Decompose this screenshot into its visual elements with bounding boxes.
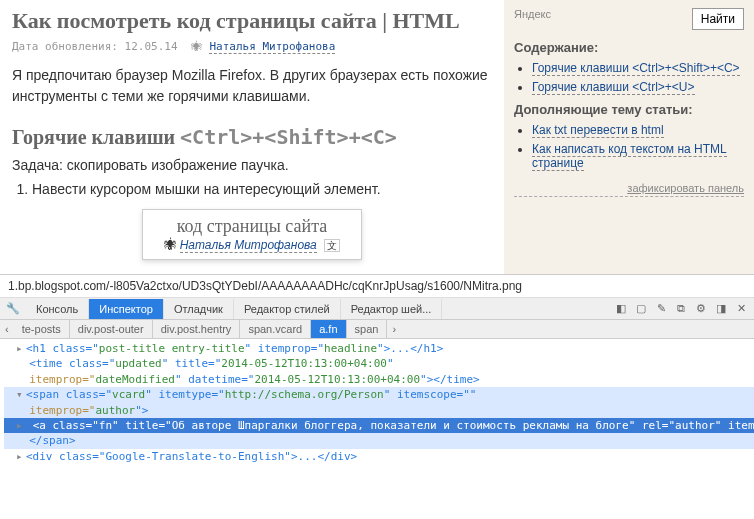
h2-code: <Ctrl>+<Shift>+<C> <box>180 125 397 149</box>
toc-heading: Содержание: <box>514 40 744 55</box>
yandex-logo: Яндекс <box>514 8 551 30</box>
gear-icon[interactable]: ⚙ <box>694 302 708 316</box>
section-heading: Горячие клавиши <Ctrl>+<Shift>+<C> <box>12 125 492 149</box>
dom-pane: ‹ te-posts div.post-outer div.post.hentr… <box>0 320 754 480</box>
crumb[interactable]: div.post-outer <box>70 320 153 338</box>
tab-console[interactable]: Консоль <box>26 299 89 319</box>
fix-panel-link[interactable]: зафиксировать панель <box>514 182 744 197</box>
devtools-panel: 1.bp.blogspot.com/-l805Va2ctxo/UD3sQtYDe… <box>0 274 754 480</box>
example-thumbnail: код страницы сайта 🕷 Наталья Митрофанова… <box>142 209 362 260</box>
tab-inspector[interactable]: Инспектор <box>89 299 164 319</box>
step-item: Навести курсором мышки на интересующий э… <box>32 181 492 197</box>
h2-text: Горячие клавиши <box>12 126 175 148</box>
article-main: Как посмотреть код страницы сайта | HTML… <box>0 0 504 274</box>
wrench-icon[interactable]: 🔧 <box>0 298 26 319</box>
split-icon[interactable]: ◧ <box>614 302 628 316</box>
toc-link[interactable]: Горячие клавиши <Ctrl>+<U> <box>532 80 695 95</box>
crumb-prev[interactable]: ‹ <box>0 321 14 337</box>
search-bar: Яндекс Найти <box>514 8 744 30</box>
sidebar: Яндекс Найти Содержание: Горячие клавиши… <box>504 0 754 274</box>
paint-icon[interactable]: ✎ <box>654 302 668 316</box>
date-value: 12.05.14 <box>125 40 178 53</box>
page-title: Как посмотреть код страницы сайта | HTML <box>12 8 492 34</box>
dock-icon[interactable]: ⧉ <box>674 302 688 316</box>
devtools-tabs: 🔧 Консоль Инспектор Отладчик Редактор ст… <box>0 298 754 320</box>
tab-style-editor[interactable]: Редактор стилей <box>234 299 341 319</box>
tab-debugger[interactable]: Отладчик <box>164 299 234 319</box>
crumb[interactable]: span.vcard <box>240 320 311 338</box>
search-button[interactable]: Найти <box>692 8 744 30</box>
steps-list: Навести курсором мышки на интересующий э… <box>32 181 492 197</box>
related-link[interactable]: Как написать код текстом на HTML страниц… <box>532 142 727 171</box>
toc-list: Горячие клавиши <Ctrl>+<Shift>+<C> Горяч… <box>532 61 744 94</box>
date-label: Дата обновления: <box>12 40 118 53</box>
dock-side-icon[interactable]: ◨ <box>714 302 728 316</box>
spider-icon: 🕷 <box>191 40 203 53</box>
thumb-title: код страницы сайта <box>149 216 355 237</box>
responsive-icon[interactable]: ▢ <box>634 302 648 316</box>
author-link[interactable]: Наталья Митрофанова <box>209 40 335 54</box>
intro-text: Я предпочитаю браузер Mozilla Firefox. В… <box>12 65 492 107</box>
related-link[interactable]: Как txt перевести в html <box>532 123 664 138</box>
thumb-author: 🕷 Наталья Митрофанова 文 <box>149 237 355 253</box>
task-text: Задача: скопировать изображение паучка. <box>12 157 492 173</box>
related-list: Как txt перевести в html Как написать ко… <box>532 123 744 170</box>
crumb[interactable]: te-posts <box>14 320 70 338</box>
tab-shader[interactable]: Редактор шей... <box>341 299 443 319</box>
devtools-toolbar-icons: ◧ ▢ ✎ ⧉ ⚙ ◨ ✕ <box>608 302 754 316</box>
crumb-next[interactable]: › <box>387 321 401 337</box>
close-icon[interactable]: ✕ <box>734 302 748 316</box>
crumb[interactable]: span <box>347 320 388 338</box>
breadcrumb-trail: ‹ te-posts div.post-outer div.post.hentr… <box>0 320 754 339</box>
article-meta: Дата обновления: 12.05.14 🕷 Наталья Митр… <box>12 40 492 53</box>
translate-icon[interactable]: 文 <box>324 239 340 252</box>
spider-icon: 🕷 <box>164 237 176 252</box>
url-bar: 1.bp.blogspot.com/-l805Va2ctxo/UD3sQtYDe… <box>0 275 754 298</box>
crumb-active[interactable]: a.fn <box>311 320 346 338</box>
crumb[interactable]: div.post.hentry <box>153 320 241 338</box>
related-heading: Дополняющие тему статьи: <box>514 102 744 117</box>
dom-tree[interactable]: ▸<h1 class="post-title entry-title" item… <box>0 339 754 480</box>
thumb-author-link[interactable]: Наталья Митрофанова <box>180 238 317 253</box>
toc-link[interactable]: Горячие клавиши <Ctrl>+<Shift>+<C> <box>532 61 740 76</box>
